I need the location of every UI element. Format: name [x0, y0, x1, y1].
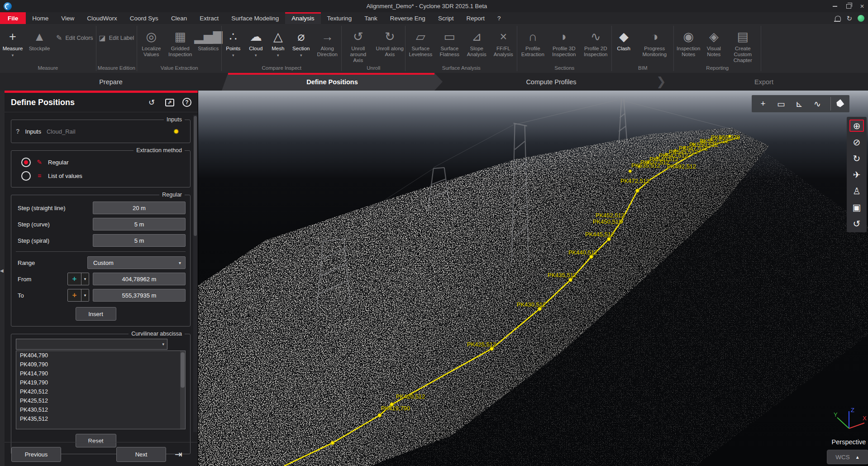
add-to-split-button[interactable]: +▼ — [67, 289, 89, 302]
station-dot[interactable] — [568, 278, 572, 282]
menu-cloudworx[interactable]: CloudWorx — [81, 12, 124, 24]
menu-reverse-eng[interactable]: Reverse Eng — [384, 12, 432, 24]
field-input-to[interactable]: 555,37935 m — [93, 289, 186, 302]
previous-button[interactable]: Previous — [11, 447, 61, 462]
station-dot[interactable] — [331, 441, 334, 445]
pk-station-label[interactable]: PK435,512 — [548, 272, 577, 279]
menu-clean[interactable]: Clean — [165, 12, 193, 24]
menu-home[interactable]: Home — [26, 12, 55, 24]
exit-workflow-icon[interactable]: ⇥ — [172, 448, 185, 460]
pk-station-label[interactable]: PK419,790 — [381, 405, 410, 412]
ribbon-button-profile-extraction[interactable]: ∩Profile Extraction — [517, 27, 548, 58]
wcs-button[interactable]: WCS ▲ — [827, 450, 868, 464]
menu-item[interactable]: ? — [491, 12, 507, 24]
workflow-tab-export[interactable]: Export — [660, 73, 868, 91]
pk-station-label[interactable]: PK445,512 — [585, 231, 614, 238]
ribbon-button-surface-flatness[interactable]: ▭Surface Flatness — [435, 27, 463, 58]
history-reset-icon[interactable]: ↺ — [146, 97, 157, 108]
measure-curve-icon[interactable]: ∿ — [810, 97, 825, 110]
menu-surface-modeling[interactable]: Surface Modeling — [225, 12, 285, 24]
turntable-icon[interactable]: ↺ — [849, 217, 864, 230]
inputs-value[interactable]: Cloud_Rail — [47, 128, 76, 135]
panel-collapse-icon[interactable]: ◀ — [0, 268, 4, 273]
radio-selected-icon[interactable] — [21, 158, 31, 167]
examiner-view-icon[interactable]: ↻ — [849, 152, 864, 164]
plus-icon[interactable]: + — [68, 289, 81, 301]
ribbon-button-create-custom-chapter[interactable]: ▤Create Custom Chapter — [725, 27, 761, 63]
ribbon-button-ff-fl-analysis[interactable]: ×FF/FL Analysis — [490, 27, 517, 58]
workflow-tab-compute-profiles[interactable]: Compute Profiles — [443, 73, 660, 91]
maximize-button[interactable] — [845, 3, 852, 10]
ribbon-button-profile-3d-inspection[interactable]: ◗Profile 3D Inspection — [548, 27, 580, 58]
ribbon-button-inspection-notes[interactable]: ◉Inspection Notes — [674, 27, 703, 58]
field-input-step-spiral[interactable]: 5 m — [93, 234, 186, 247]
ribbon-button-slope-analysis[interactable]: ⊿Slope Analysis — [463, 27, 490, 58]
field-input-step-curve[interactable]: 5 m — [93, 218, 186, 231]
sync-icon[interactable]: ↻ — [846, 15, 852, 22]
plus-icon[interactable]: + — [68, 273, 81, 285]
menu-coord-sys[interactable]: Coord Sys — [124, 12, 165, 24]
list-item[interactable]: PK404,790 — [16, 351, 185, 360]
pk-station-label[interactable]: PK472,512 — [620, 178, 649, 184]
menu-texturing[interactable]: Texturing — [321, 12, 358, 24]
add-from-split-button[interactable]: +▼ — [67, 273, 89, 285]
ribbon-button-cloud[interactable]: ☁Cloud▾ — [244, 27, 267, 58]
ribbon-button-unroll-along-axis[interactable]: ↻Unroll along Axis — [374, 27, 405, 58]
abscissa-combobox[interactable]: ▾ — [16, 339, 167, 350]
minimize-button[interactable] — [832, 3, 838, 10]
list-item[interactable]: PK409,790 — [16, 360, 185, 369]
station-dot[interactable] — [607, 237, 610, 241]
menu-extract[interactable]: Extract — [193, 12, 225, 24]
list-item[interactable]: PK435,512 — [16, 414, 185, 423]
field-input-step-straight-line[interactable]: 20 m — [93, 202, 186, 214]
pk-station-label[interactable]: PK535,512 — [631, 162, 660, 169]
account-avatar[interactable] — [858, 15, 864, 22]
pk-station-label[interactable]: PK420,512 — [396, 393, 425, 400]
next-button[interactable]: Next — [116, 447, 166, 462]
ribbon-button-measure[interactable]: +Measure▾ — [0, 27, 25, 58]
ribbon-button-surface-levelness[interactable]: ▱Surface Levelness — [405, 27, 435, 58]
measure-point-icon[interactable]: + — [755, 97, 771, 110]
radio-icon[interactable] — [21, 171, 31, 181]
list-scrollbar[interactable] — [180, 351, 185, 429]
view-cube-icon[interactable]: ▣ — [849, 201, 864, 213]
radio-option-list-of-values[interactable]: ≡List of values — [16, 169, 186, 183]
ribbon-button-edit-colors[interactable]: ✎Edit Colors — [53, 33, 96, 43]
inputs-help-icon[interactable]: ? — [16, 128, 20, 135]
ribbon-button-visual-notes[interactable]: ◈Visual Notes — [703, 27, 725, 58]
notifications-icon[interactable] — [835, 16, 841, 21]
orbit-icon[interactable]: ⊕ — [849, 120, 864, 132]
walk-mode-icon[interactable]: ♙ — [849, 185, 864, 197]
ribbon-button-statistics[interactable]: ▂▅▇Statistics — [195, 27, 221, 52]
menu-file[interactable]: File — [0, 12, 26, 24]
measure-angle-icon[interactable]: ⊾ — [792, 97, 807, 110]
range-select[interactable]: Custom▾ — [87, 256, 186, 269]
ribbon-button-section[interactable]: ⌀Section▾ — [289, 27, 313, 58]
station-dot[interactable] — [629, 170, 632, 173]
station-dot[interactable] — [635, 189, 639, 192]
field-input-from[interactable]: 404,78962 m — [93, 273, 186, 285]
workflow-tab-define-positions[interactable]: Define Positions — [222, 73, 443, 91]
list-item[interactable]: PK419,790 — [16, 378, 185, 387]
fly-mode-icon[interactable]: ✈ — [849, 168, 864, 181]
pk-station-label[interactable]: PK425,512 — [467, 341, 496, 348]
list-item[interactable]: PK420,512 — [16, 387, 185, 396]
menu-script[interactable]: Script — [432, 12, 460, 24]
chevron-down-icon[interactable]: ▼ — [81, 289, 89, 301]
export-window-icon[interactable]: ⇗ — [165, 99, 174, 106]
menu-report[interactable]: Report — [460, 12, 491, 24]
station-dot[interactable] — [378, 413, 382, 417]
radio-option-regular[interactable]: ✎Regular — [16, 155, 186, 169]
pk-station-label[interactable]: PK492,512 — [667, 163, 696, 170]
list-item[interactable]: PK414,790 — [16, 369, 185, 378]
ribbon-button-progress-monitoring[interactable]: ◑Progress Monitoring — [635, 27, 673, 58]
measure-distance-icon[interactable]: ▭ — [773, 97, 789, 110]
pk-station-label[interactable]: PK450,512 — [593, 218, 622, 225]
ribbon-button-gridded-inspection[interactable]: ▦Gridded Inspection — [165, 27, 195, 58]
ribbon-button-clash[interactable]: ◆Clash — [612, 27, 635, 52]
ribbon-button-stockpile[interactable]: ▲Stockpile — [25, 27, 53, 52]
close-button[interactable]: ✕ — [859, 3, 865, 10]
ribbon-button-mesh[interactable]: △Mesh▾ — [267, 27, 289, 58]
menu-tank[interactable]: Tank — [358, 12, 384, 24]
ribbon-button-profile-2d-inspection[interactable]: ∿Profile 2D Inspection — [580, 27, 611, 58]
